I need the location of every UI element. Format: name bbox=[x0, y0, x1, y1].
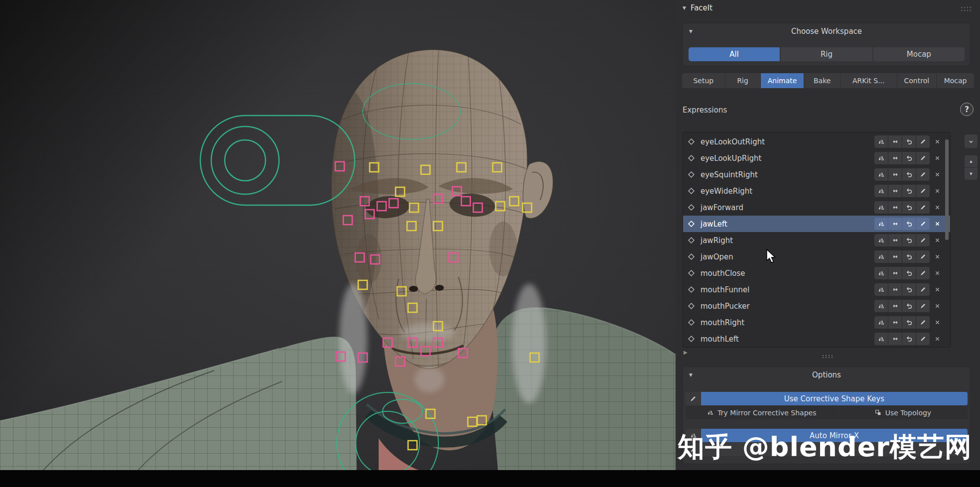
edit-expression-pen-button[interactable] bbox=[916, 218, 930, 230]
mirror-expression-button[interactable] bbox=[874, 152, 888, 164]
symmetry-arrows-button[interactable] bbox=[888, 316, 902, 329]
mirror-expression-button[interactable] bbox=[874, 300, 888, 312]
list-expand-toggle[interactable]: ▶ bbox=[684, 350, 688, 355]
expression-row-mouthClose[interactable]: mouthClose bbox=[683, 265, 950, 281]
expression-row-mouthPucker[interactable]: mouthPucker bbox=[683, 298, 950, 314]
help-icon[interactable]: ? bbox=[960, 103, 974, 116]
symmetry-arrows-button[interactable] bbox=[888, 300, 902, 312]
use-topology-button[interactable]: Use Topology bbox=[839, 406, 968, 419]
symmetry-arrows-button[interactable] bbox=[888, 250, 902, 263]
mirror-expression-button[interactable] bbox=[874, 168, 888, 181]
mirror-expression-button[interactable] bbox=[874, 333, 888, 345]
edit-expression-pen-button[interactable] bbox=[916, 135, 930, 148]
symmetry-arrows-button[interactable] bbox=[888, 135, 902, 148]
reset-expression-button[interactable] bbox=[902, 333, 916, 345]
remove-expression-button[interactable] bbox=[932, 250, 942, 263]
workspace-button-all[interactable]: All bbox=[689, 47, 780, 61]
panel-drag-grip-icon[interactable] bbox=[960, 4, 972, 14]
try-mirror-corrective-shapes-button[interactable]: Try Mirror Corrective Shapes bbox=[686, 406, 838, 419]
remove-expression-button[interactable] bbox=[932, 218, 942, 230]
symmetry-arrows-button[interactable] bbox=[888, 168, 902, 181]
options-box-header[interactable]: ▼ Options bbox=[683, 367, 970, 383]
faceit-panel-header[interactable]: ▼ FaceIt bbox=[683, 3, 712, 12]
expression-row-jawRight[interactable]: jawRight bbox=[683, 232, 950, 248]
edit-expression-pen-button[interactable] bbox=[916, 168, 930, 181]
remove-expression-button[interactable] bbox=[932, 333, 942, 345]
edit-expression-pen-button[interactable] bbox=[916, 316, 930, 329]
expression-row-mouthRight[interactable]: mouthRight bbox=[683, 314, 950, 331]
reset-expression-button[interactable] bbox=[902, 168, 916, 181]
reset-expression-button[interactable] bbox=[902, 201, 916, 214]
tab-control[interactable]: Control bbox=[897, 73, 936, 88]
expression-row-jawOpen[interactable]: jawOpen bbox=[683, 248, 950, 265]
workspace-box-header[interactable]: ▼ Choose Workspace bbox=[683, 23, 970, 39]
symmetry-arrows-button[interactable] bbox=[888, 333, 902, 345]
edit-pen-icon-button[interactable] bbox=[686, 392, 700, 405]
symmetry-arrows-button[interactable] bbox=[888, 267, 902, 279]
viewport-3d[interactable] bbox=[0, 0, 676, 487]
edit-expression-pen-button[interactable] bbox=[916, 283, 930, 296]
list-scrollbar[interactable] bbox=[945, 139, 949, 240]
list-specials-dropdown-button[interactable] bbox=[965, 134, 978, 148]
symmetry-arrows-button[interactable] bbox=[888, 283, 902, 296]
mirror-expression-button[interactable] bbox=[874, 267, 888, 279]
mirror-expression-button[interactable] bbox=[874, 135, 888, 148]
mirror-expression-button[interactable] bbox=[874, 201, 888, 214]
use-corrective-shape-keys-button[interactable]: Use Corrective Shape Keys bbox=[701, 392, 968, 405]
expression-row-jawForward[interactable]: jawForward bbox=[683, 199, 950, 216]
edit-expression-pen-button[interactable] bbox=[916, 234, 930, 246]
remove-expression-button[interactable] bbox=[932, 152, 942, 164]
move-up-button[interactable]: ▲ bbox=[965, 155, 978, 167]
expression-row-eyeSquintRight[interactable]: eyeSquintRight bbox=[683, 166, 950, 183]
remove-expression-button[interactable] bbox=[932, 300, 942, 312]
symmetry-arrows-button[interactable] bbox=[888, 201, 902, 214]
reset-expression-button[interactable] bbox=[902, 283, 916, 296]
remove-expression-button[interactable] bbox=[932, 283, 942, 296]
edit-expression-pen-button[interactable] bbox=[916, 267, 930, 279]
expression-row-eyeLookOutRight[interactable]: eyeLookOutRight bbox=[683, 133, 950, 150]
tab-rig[interactable]: Rig bbox=[725, 73, 760, 88]
reset-expression-button[interactable] bbox=[902, 185, 916, 197]
expression-row-mouthFunnel[interactable]: mouthFunnel bbox=[683, 281, 950, 298]
mirror-expression-button[interactable] bbox=[874, 283, 888, 296]
expression-row-jawLeft[interactable]: jawLeft bbox=[683, 216, 950, 232]
remove-expression-button[interactable] bbox=[932, 135, 942, 148]
reset-expression-button[interactable] bbox=[902, 135, 916, 148]
edit-expression-pen-button[interactable] bbox=[916, 201, 930, 214]
expression-row-mouthLeft[interactable]: mouthLeft bbox=[683, 331, 950, 347]
remove-expression-button[interactable] bbox=[932, 201, 942, 214]
remove-expression-button[interactable] bbox=[932, 316, 942, 329]
edit-expression-pen-button[interactable] bbox=[916, 152, 930, 164]
mirror-expression-button[interactable] bbox=[874, 250, 888, 263]
mirror-expression-button[interactable] bbox=[874, 234, 888, 246]
tab-bake[interactable]: Bake bbox=[804, 73, 840, 88]
symmetry-arrows-button[interactable] bbox=[888, 152, 902, 164]
tab-setup[interactable]: Setup bbox=[682, 73, 725, 88]
symmetry-arrows-button[interactable] bbox=[888, 234, 902, 246]
workspace-button-rig[interactable]: Rig bbox=[781, 47, 872, 61]
mirror-expression-button[interactable] bbox=[874, 316, 888, 329]
tab-mocap[interactable]: Mocap bbox=[937, 73, 974, 88]
reset-expression-button[interactable] bbox=[902, 316, 916, 329]
mirror-expression-button[interactable] bbox=[874, 218, 888, 230]
reset-expression-button[interactable] bbox=[902, 300, 916, 312]
remove-expression-button[interactable] bbox=[932, 234, 942, 246]
expression-row-eyeWideRight[interactable]: eyeWideRight bbox=[683, 183, 950, 199]
symmetry-arrows-button[interactable] bbox=[888, 218, 902, 230]
remove-expression-button[interactable] bbox=[932, 267, 942, 279]
move-down-button[interactable]: ▼ bbox=[965, 168, 978, 180]
edit-expression-pen-button[interactable] bbox=[916, 250, 930, 263]
edit-expression-pen-button[interactable] bbox=[916, 333, 930, 345]
workspace-button-mocap[interactable]: Mocap bbox=[873, 47, 965, 61]
list-resize-grip-icon[interactable] bbox=[821, 351, 835, 361]
expression-row-eyeLookUpRight[interactable]: eyeLookUpRight bbox=[683, 150, 950, 166]
reset-expression-button[interactable] bbox=[902, 267, 916, 279]
reset-expression-button[interactable] bbox=[902, 152, 916, 164]
mirror-expression-button[interactable] bbox=[874, 185, 888, 197]
tab-animate[interactable]: Animate bbox=[761, 73, 804, 88]
reset-expression-button[interactable] bbox=[902, 250, 916, 263]
remove-expression-button[interactable] bbox=[932, 185, 942, 197]
edit-expression-pen-button[interactable] bbox=[916, 300, 930, 312]
reset-expression-button[interactable] bbox=[902, 218, 916, 230]
reset-expression-button[interactable] bbox=[902, 234, 916, 246]
